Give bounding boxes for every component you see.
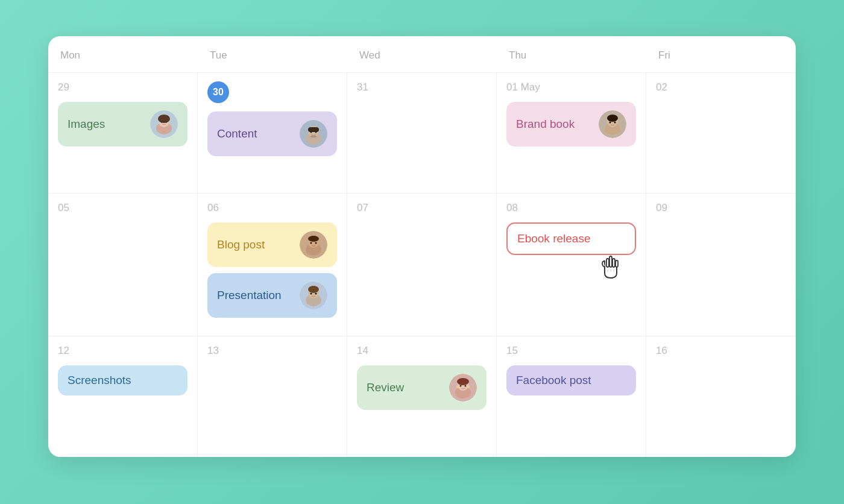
avatar-man2 [599,110,626,138]
day-cell-29: 29 Images [48,73,198,194]
event-screenshots-label: Screenshots [68,374,131,387]
day-cell-31: 31 [347,73,497,194]
event-ebook-release-label: Ebook release [517,232,590,245]
svg-point-5 [166,121,168,123]
day-number-09: 09 [656,202,786,214]
col-header-thu: Thu [497,36,646,73]
svg-point-44 [456,386,459,388]
event-images-label: Images [68,118,105,131]
event-presentation-label: Presentation [217,289,282,302]
day-number-16: 16 [656,345,786,357]
day-cell-12: 12 Screenshots [48,336,198,457]
day-number-06: 06 [207,202,337,214]
day-number-01may: 01 May [506,81,636,93]
avatar-man3 [300,231,327,259]
day-cell-05: 05 [48,194,198,336]
col-header-wed: Wed [347,36,497,73]
svg-point-28 [308,286,319,293]
event-facebook-post[interactable]: Facebook post [506,365,636,395]
col-header-mon: Mon [48,36,198,73]
event-review[interactable]: Review [357,365,487,410]
svg-point-16 [607,115,618,122]
svg-point-41 [457,378,469,385]
cursor-pointer-icon [599,251,623,284]
avatar-woman1 [150,110,178,138]
day-number-02: 02 [656,81,786,93]
day-cell-07: 07 [347,194,497,336]
event-screenshots[interactable]: Screenshots [58,365,187,395]
col-header-tue: Tue [198,36,347,73]
day-cell-08: 08 Ebook release [497,194,646,336]
day-number-29: 29 [58,81,187,93]
day-cell-06: 06 Blog post Presentation [198,194,347,336]
day-number-12: 12 [58,345,187,357]
calendar-container: Mon Tue Wed Thu Fri 29 Images [48,36,796,457]
svg-point-3 [158,115,170,123]
day-cell-01may: 01 May Brand book [497,73,646,194]
day-cell-30: 30 Content [198,73,347,194]
event-facebook-post-label: Facebook post [516,374,591,387]
svg-point-17 [609,122,611,124]
avatar-woman2 [449,374,477,402]
svg-point-11 [315,131,317,133]
svg-rect-32 [613,259,615,267]
svg-rect-31 [609,256,612,267]
event-review-label: Review [367,381,404,394]
svg-point-22 [308,236,319,242]
col-header-fri: Fri [646,36,796,73]
day-cell-09: 09 [646,194,796,336]
day-cell-14: 14 Review [347,336,497,457]
event-blog-post[interactable]: Blog post [207,222,337,267]
svg-point-24 [315,242,317,244]
day-cell-02: 02 [646,73,796,194]
day-number-31: 31 [357,81,487,93]
svg-point-10 [310,131,312,133]
calendar-grid: Mon Tue Wed Thu Fri 29 Images [48,36,796,457]
day-cell-13: 13 [198,336,347,457]
day-number-05: 05 [58,202,187,214]
svg-rect-12 [310,136,316,137]
event-brand-book-label: Brand book [516,118,575,131]
svg-point-4 [161,121,163,123]
svg-point-45 [467,386,470,388]
day-number-13: 13 [207,345,337,357]
event-content[interactable]: Content [207,112,337,156]
svg-point-18 [614,122,616,124]
day-cell-15: 15 Facebook post [497,336,646,457]
svg-rect-9 [308,127,319,132]
svg-point-23 [310,242,312,244]
svg-point-42 [460,385,462,387]
svg-point-43 [465,385,467,387]
avatar-man1 [300,120,327,148]
day-cell-16: 16 [646,336,796,457]
day-number-07: 07 [357,202,487,214]
svg-point-30 [315,293,317,295]
event-brand-book[interactable]: Brand book [506,102,636,146]
svg-rect-33 [616,260,618,267]
svg-rect-34 [606,259,609,267]
event-blog-post-label: Blog post [217,238,265,251]
day-number-30: 30 [207,81,229,103]
svg-point-29 [310,293,312,295]
event-content-label: Content [217,127,257,140]
day-number-08: 08 [506,202,636,214]
day-number-14: 14 [357,345,487,357]
event-presentation[interactable]: Presentation [207,273,337,318]
day-number-15: 15 [506,345,636,357]
event-images[interactable]: Images [58,102,187,146]
avatar-man4 [300,282,327,309]
event-ebook-release[interactable]: Ebook release [506,222,636,255]
